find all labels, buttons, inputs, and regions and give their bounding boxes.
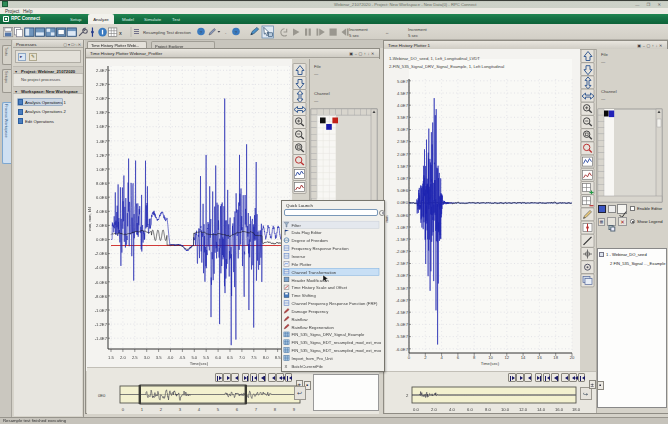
svg-text:7.0: 7.0 <box>239 355 245 360</box>
svg-text:6.5: 6.5 <box>227 355 233 360</box>
svg-text:6.0E6: 6.0E6 <box>96 195 108 200</box>
svg-text:12: 12 <box>504 355 509 360</box>
svg-text:Increment: Increment <box>349 27 368 32</box>
svg-text:-2.5E7: -2.5E7 <box>396 261 409 266</box>
svg-text:5.0E7: 5.0E7 <box>397 79 409 84</box>
svg-text:8.0E6: 8.0E6 <box>96 181 108 186</box>
svg-text:2.0: 2.0 <box>120 355 126 360</box>
svg-text:—: — <box>601 96 606 101</box>
svg-text:1.4E7: 1.4E7 <box>96 139 108 144</box>
svg-text:3.5: 3.5 <box>156 355 162 360</box>
svg-text:Filter: Filter <box>292 223 302 228</box>
svg-text:4.5: 4.5 <box>179 355 185 360</box>
svg-text:2-FIN_535_Signal_DRV_Signal_Ex: 2-FIN_535_Signal_DRV_Signal_Example, 1, … <box>389 64 504 69</box>
svg-text:Degree of Freedom: Degree of Freedom <box>292 238 329 243</box>
svg-text:2.0: 2.0 <box>431 407 437 412</box>
svg-text:-4.5E7: -4.5E7 <box>396 310 409 315</box>
svg-text:1.6E7: 1.6E7 <box>96 124 108 129</box>
svg-text:-: - <box>225 30 227 35</box>
svg-text:2: 2 <box>406 393 409 398</box>
svg-text:Χ: Χ <box>285 364 288 369</box>
svg-text:1.5E7: 1.5E7 <box>397 164 409 169</box>
svg-text:2.5: 2.5 <box>132 355 138 360</box>
svg-text:—: — <box>314 98 319 103</box>
svg-text:7.5: 7.5 <box>251 355 257 360</box>
svg-text:1.0E7: 1.0E7 <box>397 176 409 181</box>
svg-text:Increment: Increment <box>408 27 427 32</box>
svg-text:Χ: Χ <box>119 31 122 36</box>
svg-text:5.0E6: 5.0E6 <box>397 188 409 193</box>
svg-text:2.5E7: 2.5E7 <box>397 139 409 144</box>
svg-text:0.0E0: 0.0E0 <box>96 237 108 242</box>
svg-text:-3.0E7: -3.0E7 <box>396 273 409 278</box>
svg-text:Data Flag Editor: Data Flag Editor <box>292 230 323 235</box>
svg-text:mm, mm, kN: mm, mm, kN <box>87 207 92 231</box>
svg-text:18: 18 <box>553 355 558 360</box>
svg-text:4.0: 4.0 <box>168 355 174 360</box>
svg-text:FIN_535_Signa_EDT_resampled_mo: FIN_535_Signa_EDT_resampled_mod_ext_mod_… <box>292 348 382 353</box>
svg-text:4.0E7: 4.0E7 <box>397 103 409 108</box>
svg-text:5 sec: 5 sec <box>408 33 418 38</box>
svg-text:FIN_535_Signa_DRV_Signal_Examp: FIN_535_Signa_DRV_Signal_Example <box>292 332 365 337</box>
svg-text:1-Webinar_DO_seed, 1, Left_Lon: 1-Webinar_DO_seed, 1, Left_Longitudinal_… <box>389 56 480 61</box>
svg-text:1.5: 1.5 <box>108 355 114 360</box>
svg-text:↔: ↔ <box>385 30 389 35</box>
svg-text:3.0: 3.0 <box>144 355 150 360</box>
svg-text:5 sec: 5 sec <box>349 33 359 38</box>
svg-text:6: 6 <box>236 407 239 412</box>
svg-text:1.0E7: 1.0E7 <box>96 167 108 172</box>
svg-text:2: 2 <box>160 407 163 412</box>
svg-text:4.0E6: 4.0E6 <box>96 209 108 214</box>
svg-text:Frequency Response Function: Frequency Response Function <box>292 246 350 251</box>
svg-text:5: 5 <box>217 407 220 412</box>
svg-text:3: 3 <box>179 407 182 412</box>
svg-text:-8.0E6: -8.0E6 <box>95 294 108 299</box>
svg-text:0.0E0: 0.0E0 <box>397 200 409 205</box>
svg-text:1.8E7: 1.8E7 <box>96 110 108 115</box>
svg-text:20: 20 <box>570 355 575 360</box>
svg-text:6.0: 6.0 <box>467 407 473 412</box>
svg-text:2.2E7: 2.2E7 <box>96 82 108 87</box>
svg-text:-1.5E7: -1.5E7 <box>396 237 409 242</box>
svg-text:7: 7 <box>255 407 258 412</box>
svg-text:3.0E7: 3.0E7 <box>397 127 409 132</box>
svg-text:5.5: 5.5 <box>203 355 209 360</box>
svg-text:0E0: 0E0 <box>98 393 106 398</box>
svg-text:-2.0E7: -2.0E7 <box>396 249 409 254</box>
svg-text:14: 14 <box>521 355 526 360</box>
svg-text:—: — <box>601 59 606 64</box>
svg-text:1: 1 <box>141 407 144 412</box>
svg-text:-1.2E7: -1.2E7 <box>95 322 108 327</box>
svg-text:16: 16 <box>537 355 542 360</box>
svg-text:14.0: 14.0 <box>537 407 546 412</box>
svg-text:8.0: 8.0 <box>263 355 269 360</box>
svg-text:0.0: 0.0 <box>413 407 419 412</box>
svg-text:-5.0E6: -5.0E6 <box>396 213 409 218</box>
svg-text:BatchCurrentFile: BatchCurrentFile <box>292 364 324 369</box>
svg-text:2.0E7: 2.0E7 <box>96 96 108 101</box>
svg-text:5.0: 5.0 <box>191 355 197 360</box>
svg-text:2.4E7: 2.4E7 <box>96 68 108 73</box>
svg-text:10: 10 <box>488 355 493 360</box>
svg-text:FIN_535_Signa_EDT_resampled_mo: FIN_535_Signa_EDT_resampled_mod_ext_mod <box>292 340 382 345</box>
svg-text:-1.4E7: -1.4E7 <box>95 336 108 341</box>
svg-text:Channel: Channel <box>601 89 617 94</box>
svg-text:1.2E7: 1.2E7 <box>96 153 108 158</box>
svg-text:Rainflow Regeneration: Rainflow Regeneration <box>292 325 335 330</box>
svg-text:8: 8 <box>274 407 277 412</box>
svg-text:8.0: 8.0 <box>485 407 491 412</box>
svg-text:-6.0E7: -6.0E7 <box>396 347 409 352</box>
svg-text:-4.0E7: -4.0E7 <box>396 298 409 303</box>
svg-text:4: 4 <box>198 407 201 412</box>
svg-text:Rainflow: Rainflow <box>292 317 309 322</box>
svg-text:File: File <box>601 52 608 57</box>
svg-text:—: — <box>314 71 319 76</box>
svg-text:Import_from_Pro_Unit: Import_from_Pro_Unit <box>292 356 334 361</box>
svg-text:Time History Scale and Offset: Time History Scale and Offset <box>292 285 348 290</box>
svg-text:12.0: 12.0 <box>519 407 528 412</box>
svg-text:Damage Frequency: Damage Frequency <box>292 309 330 314</box>
svg-text:-1.0E7: -1.0E7 <box>95 308 108 313</box>
svg-text:2.0E7: 2.0E7 <box>397 152 409 157</box>
svg-text:4.5E7: 4.5E7 <box>397 91 409 96</box>
svg-text:Channel: Channel <box>314 91 330 96</box>
